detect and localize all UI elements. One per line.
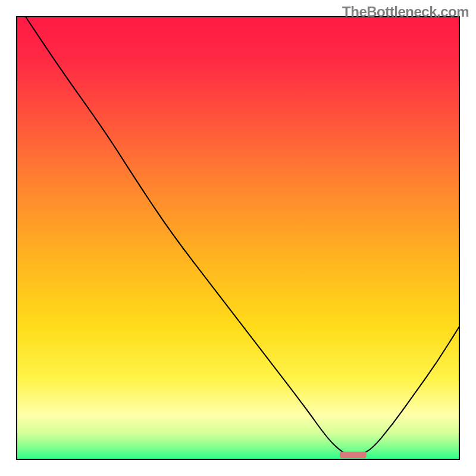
plot-area xyxy=(17,17,459,459)
chart-container: TheBottleneck.com xyxy=(0,0,476,476)
gradient-background xyxy=(17,17,459,459)
chart-svg xyxy=(0,0,476,476)
bottleneck-marker xyxy=(340,452,367,458)
watermark-text: TheBottleneck.com xyxy=(342,4,469,20)
